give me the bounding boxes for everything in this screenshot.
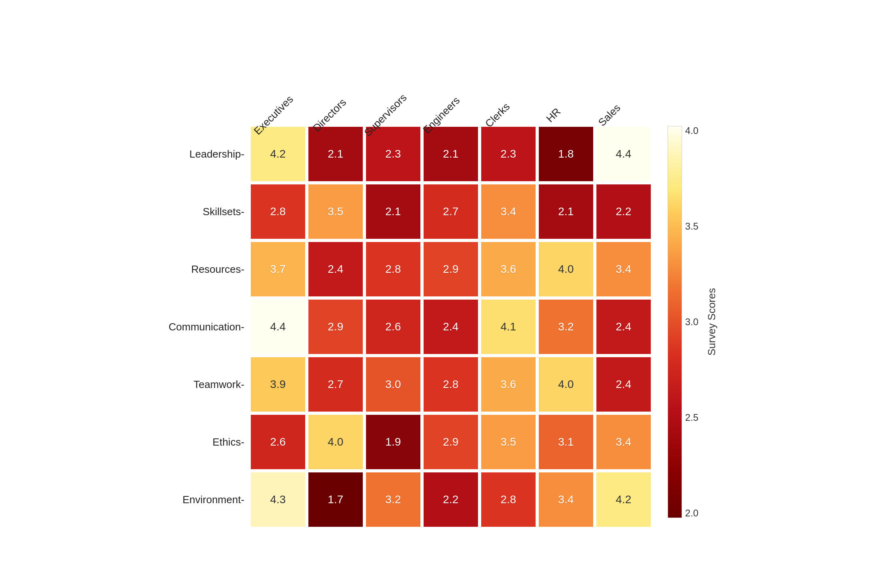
cell-value: 3.4 [616,263,631,276]
row-label-2: Resources- [162,263,250,276]
table-row: Ethics-2.64.01.92.93.53.13.4 [162,414,653,470]
cell-value: 2.3 [500,148,516,160]
cell-2-5: 4.0 [538,241,594,297]
cell-5-4: 3.5 [480,414,536,470]
cell-value: 2.1 [558,205,574,218]
col-header-text: HR [544,106,563,125]
cell-3-4: 4.1 [480,299,536,355]
cell-value: 4.4 [616,148,631,160]
cell-value: 1.7 [328,493,343,506]
cell-6-1: 1.7 [308,472,364,528]
row-label-1: Skillsets- [162,206,250,218]
cell-2-2: 2.8 [365,241,421,297]
cell-value: 2.1 [385,205,401,218]
col-header-6: Sales [586,67,642,123]
col-header-text: Clerks [483,100,512,130]
cell-value: 2.6 [270,436,286,448]
heatmap-area: ExecutivesDirectorsSupervisorsEngineersC… [162,67,653,529]
cell-3-3: 2.4 [423,299,479,355]
cell-2-0: 3.7 [250,241,306,297]
cell-1-5: 2.1 [538,184,594,240]
cell-value: 3.4 [500,205,516,218]
table-row: Skillsets-2.83.52.12.73.42.12.2 [162,184,653,240]
cell-value: 3.0 [385,378,401,391]
cell-4-4: 3.6 [480,356,536,412]
cell-value: 3.6 [500,263,516,276]
cell-2-1: 2.4 [308,241,364,297]
cell-value: 3.1 [558,436,574,448]
row-label-5: Ethics- [162,436,250,448]
table-row: Teamwork-3.92.73.02.83.64.02.4 [162,356,653,412]
cell-value: 3.4 [558,493,574,506]
cell-value: 2.8 [385,263,401,276]
cell-value: 4.0 [558,378,574,391]
cell-4-6: 2.4 [596,356,652,412]
row-label-0: Leadership- [162,148,250,160]
cell-1-6: 2.2 [596,184,652,240]
cell-value: 4.1 [500,320,516,333]
cell-value: 4.2 [616,493,631,506]
cell-5-0: 2.6 [250,414,306,470]
colorbar-gradient [668,126,682,518]
table-row: Resources-3.72.42.82.93.64.03.4 [162,241,653,297]
cell-value: 3.9 [270,378,286,391]
column-headers: ExecutivesDirectorsSupervisorsEngineersC… [250,67,653,123]
cell-2-3: 2.9 [423,241,479,297]
cell-4-2: 3.0 [365,356,421,412]
cell-value: 3.2 [558,320,574,333]
cell-0-4: 2.3 [480,126,536,182]
colorbar-tick-0: 4.0 [685,126,698,136]
cell-value: 2.1 [328,148,343,160]
cell-1-1: 3.5 [308,184,364,240]
cell-value: 4.0 [558,263,574,276]
cell-value: 3.5 [328,205,343,218]
colorbar-label: Survey Scores [706,288,718,356]
cell-value: 3.4 [616,436,631,448]
cell-1-2: 2.1 [365,184,421,240]
cell-4-1: 2.7 [308,356,364,412]
table-row: Communication-4.42.92.62.44.13.22.4 [162,299,653,355]
cell-3-5: 3.2 [538,299,594,355]
colorbar-ticks: 4.03.53.02.52.0 [682,126,698,518]
cell-3-2: 2.6 [365,299,421,355]
cell-value: 4.3 [270,493,286,506]
cell-value: 2.1 [443,148,458,160]
colorbar-tick-4: 2.0 [685,508,698,518]
col-header-4: Clerks [474,67,530,123]
cell-value: 2.7 [328,378,343,391]
cell-value: 1.9 [385,436,401,448]
cell-value: 2.8 [270,205,286,218]
cell-6-5: 3.4 [538,472,594,528]
colorbar-tick-3: 2.5 [685,413,698,422]
cell-value: 4.2 [270,148,286,160]
cell-1-4: 3.4 [480,184,536,240]
cell-value: 3.7 [270,263,286,276]
cell-5-3: 2.9 [423,414,479,470]
cell-6-6: 4.2 [596,472,652,528]
row-label-6: Environment- [162,494,250,506]
cell-4-5: 4.0 [538,356,594,412]
cell-value: 1.8 [558,148,574,160]
cell-0-6: 4.4 [596,126,652,182]
cell-5-2: 1.9 [365,414,421,470]
cell-value: 4.4 [270,320,286,333]
cell-4-3: 2.8 [423,356,479,412]
cell-0-3: 2.1 [423,126,479,182]
cell-3-6: 2.4 [596,299,652,355]
cell-2-6: 3.4 [596,241,652,297]
cell-value: 2.7 [443,205,458,218]
colorbar-tick-2: 3.0 [685,317,698,327]
cell-5-5: 3.1 [538,414,594,470]
chart-container: ExecutivesDirectorsSupervisorsEngineersC… [146,43,734,545]
row-label-3: Communication- [162,321,250,333]
colorbar-tick-1: 3.5 [685,222,698,231]
cell-value: 3.2 [385,493,401,506]
cell-value: 2.8 [500,493,516,506]
cell-5-6: 3.4 [596,414,652,470]
cell-value: 2.9 [328,320,343,333]
col-header-0: Executives [250,67,306,123]
col-header-5: HR [530,67,586,123]
cell-6-0: 4.3 [250,472,306,528]
cell-6-3: 2.2 [423,472,479,528]
cell-4-0: 3.9 [250,356,306,412]
